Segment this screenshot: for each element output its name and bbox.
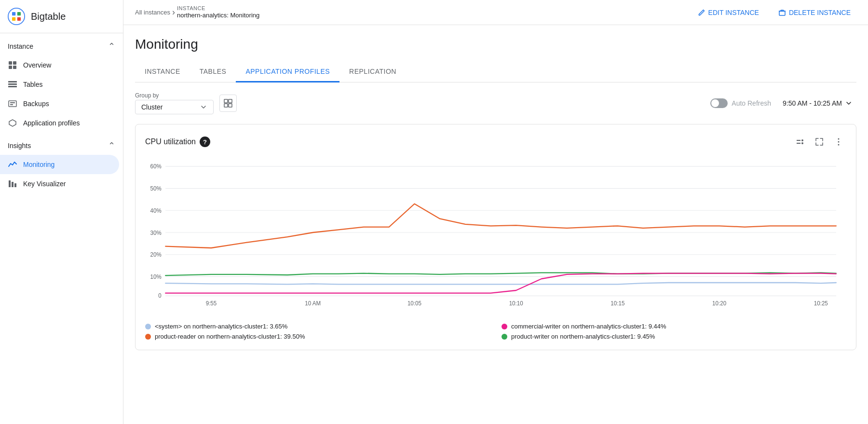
cpu-chart-svg: 60% 50% 40% 30% 20% 10% 0 9:55 10 AM 10:…: [145, 155, 846, 310]
svg-rect-21: [229, 99, 232, 103]
tab-instance[interactable]: INSTANCE: [135, 62, 190, 82]
svg-rect-9: [8, 81, 17, 82]
legend-label-system: <system> on northern-analytics-cluster1:…: [155, 323, 287, 330]
svg-rect-2: [17, 12, 21, 15]
svg-rect-20: [224, 99, 228, 103]
svg-text:10:05: 10:05: [407, 300, 421, 307]
group-by-select-wrapper[interactable]: Cluster Application Profile: [135, 100, 214, 114]
tabs-bar: INSTANCE TABLES APPLICATION PROFILES REP…: [135, 62, 856, 82]
toolbar-right: Auto Refresh 9:50 AM - 10:25 AM: [710, 96, 856, 110]
svg-text:10:10: 10:10: [509, 300, 523, 307]
svg-rect-11: [8, 86, 17, 87]
legend-label-commercial-writer: commercial-writer on northern-analytics-…: [511, 323, 666, 330]
sidebar-header: Bigtable: [0, 0, 123, 33]
insights-section-label: Insights: [8, 142, 31, 150]
svg-text:10:20: 10:20: [712, 300, 726, 307]
svg-point-28: [838, 138, 840, 140]
svg-text:9:55: 9:55: [206, 300, 217, 307]
sidebar-item-tables-label: Tables: [23, 81, 42, 88]
svg-text:10 AM: 10 AM: [305, 300, 321, 307]
svg-rect-18: [779, 11, 785, 15]
svg-point-0: [8, 8, 25, 25]
sidebar-item-key-visualizer-label: Key Visualizer: [23, 180, 66, 188]
sidebar-item-overview[interactable]: Overview: [0, 55, 119, 75]
legend-dot-product-writer: [502, 334, 507, 340]
legend-label-product-writer: product-writer on northern-analytics-clu…: [511, 333, 655, 340]
toggle-knob: [711, 99, 719, 107]
svg-rect-23: [229, 104, 232, 107]
sidebar-item-overview-label: Overview: [23, 61, 51, 69]
svg-text:60%: 60%: [150, 163, 162, 170]
tab-tables[interactable]: TABLES: [190, 62, 236, 82]
svg-rect-13: [10, 102, 15, 103]
group-by-label: Group by: [135, 92, 214, 99]
svg-point-30: [838, 144, 840, 146]
bigtable-logo-icon: [8, 8, 25, 25]
legend-dot-commercial-writer: [502, 324, 507, 329]
time-range-button[interactable]: 9:50 AM - 10:25 AM: [779, 96, 856, 110]
app-title: Bigtable: [31, 11, 66, 22]
svg-text:10:25: 10:25: [814, 300, 828, 307]
delete-instance-button[interactable]: DELETE INSTANCE: [773, 6, 856, 19]
group-by-select[interactable]: Cluster Application Profile: [141, 103, 196, 111]
tab-replication[interactable]: REPLICATION: [339, 62, 406, 82]
toolbar-row: Group by Cluster Application Profile: [135, 92, 856, 114]
svg-rect-1: [12, 12, 15, 15]
main-content: All instances › INSTANCE northern-analyt…: [123, 0, 868, 424]
legend-icon: [795, 137, 805, 147]
auto-refresh-label: Auto Refresh: [732, 99, 771, 107]
auto-refresh-toggle[interactable]: [710, 98, 728, 108]
breadcrumb-all-instances[interactable]: All instances: [135, 9, 170, 16]
dropdown-chevron-icon: [200, 103, 207, 111]
sidebar-item-backups[interactable]: Backups: [0, 94, 119, 113]
breadcrumb-separator-icon: ›: [172, 7, 175, 17]
auto-refresh-container: Auto Refresh: [710, 98, 771, 108]
svg-text:40%: 40%: [150, 207, 162, 214]
key-visualizer-icon: [8, 179, 17, 189]
chart-legend-toggle-button[interactable]: [792, 134, 808, 150]
more-icon: [834, 137, 843, 147]
sidebar: Bigtable Instance ⌃ Overview Tables Back…: [0, 0, 123, 424]
sidebar-item-backups-label: Backups: [23, 100, 49, 108]
svg-text:50%: 50%: [150, 185, 162, 192]
instance-section-label: Instance: [8, 42, 33, 50]
delete-instance-label: DELETE INSTANCE: [789, 9, 851, 16]
edit-icon: [698, 9, 705, 16]
chart-help-icon[interactable]: ?: [200, 137, 210, 147]
sidebar-item-key-visualizer[interactable]: Key Visualizer: [0, 174, 119, 193]
legend-dot-system: [145, 324, 151, 329]
cpu-utilization-chart-card: CPU utilization ?: [135, 124, 856, 350]
legend-item-product-writer: product-writer on northern-analytics-clu…: [502, 333, 846, 340]
legend-item-commercial-writer: commercial-writer on northern-analytics-…: [502, 323, 846, 330]
sidebar-item-tables[interactable]: Tables: [0, 75, 119, 94]
tab-application-profiles[interactable]: APPLICATION PROFILES: [236, 62, 339, 82]
toolbar-left: Group by Cluster Application Profile: [135, 92, 237, 114]
topbar-actions: EDIT INSTANCE DELETE INSTANCE: [692, 6, 856, 19]
legend-item-product-reader: product-reader on northern-analytics-clu…: [145, 333, 490, 340]
chart-expand-button[interactable]: [812, 134, 827, 150]
chart-more-button[interactable]: [831, 134, 846, 150]
instance-section-header[interactable]: Instance ⌃: [0, 33, 123, 55]
svg-point-29: [838, 141, 840, 143]
svg-rect-3: [12, 17, 15, 21]
legend-item-system: <system> on northern-analytics-cluster1:…: [145, 323, 490, 330]
legend-dot-product-reader: [145, 334, 151, 340]
svg-text:10:15: 10:15: [610, 300, 624, 307]
svg-point-26: [801, 139, 803, 141]
edit-instance-button[interactable]: EDIT INSTANCE: [692, 6, 765, 19]
svg-text:30%: 30%: [150, 229, 162, 236]
svg-rect-5: [9, 61, 12, 65]
svg-rect-8: [13, 66, 16, 69]
tables-icon: [8, 80, 17, 89]
insights-section-header[interactable]: Insights ⌃: [0, 133, 123, 155]
grid-layout-button[interactable]: [219, 95, 237, 112]
sidebar-item-application-profiles[interactable]: Application profiles: [0, 113, 119, 133]
group-by-container: Group by Cluster Application Profile: [135, 92, 214, 114]
svg-text:0: 0: [158, 292, 162, 299]
time-range-label: 9:50 AM - 10:25 AM: [783, 99, 842, 107]
legend-label-product-reader: product-reader on northern-analytics-clu…: [155, 333, 305, 340]
svg-rect-15: [9, 180, 11, 187]
chart-title-row: CPU utilization ?: [145, 137, 210, 147]
insights-section-chevron-icon: ⌃: [108, 140, 115, 151]
sidebar-item-monitoring[interactable]: Monitoring: [0, 155, 119, 174]
